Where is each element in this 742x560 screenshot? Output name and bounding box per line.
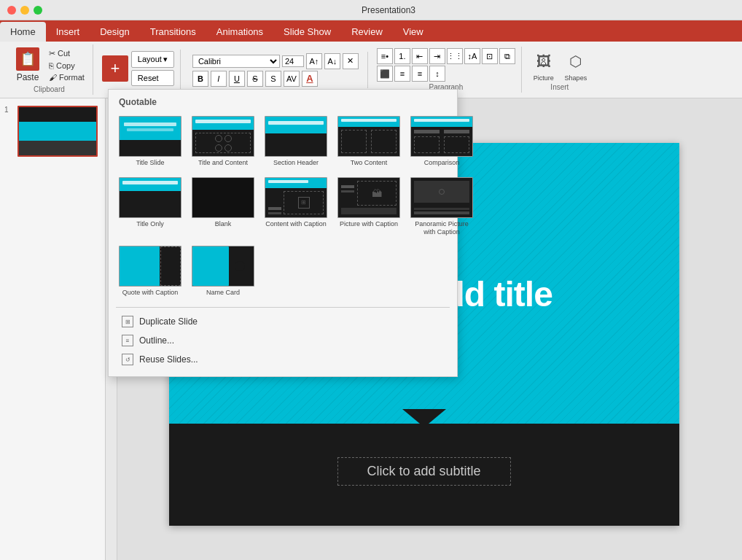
- layout-item-name-card[interactable]: Name Card: [189, 243, 257, 300]
- layout-label-quote-caption: Quote with Caption: [122, 289, 179, 297]
- shapes-label: Shapes: [565, 74, 587, 82]
- underline-button[interactable]: U: [229, 71, 245, 87]
- numbering-button[interactable]: 1.: [394, 48, 410, 64]
- format-label: Format: [59, 73, 85, 82]
- tab-slide-show[interactable]: Slide Show: [273, 22, 341, 42]
- copy-icon: ⎘: [49, 61, 54, 70]
- lt-sidebar: [268, 191, 281, 214]
- slide-thumbnail[interactable]: [17, 106, 98, 157]
- layout-item-section-header[interactable]: Section Header: [262, 113, 330, 170]
- lt-text2: [127, 128, 173, 131]
- increase-font-button[interactable]: A↑: [306, 53, 322, 69]
- layout-item-content-caption[interactable]: ⊞ Content with Caption: [262, 174, 330, 239]
- layout-label-comparison: Comparison: [424, 159, 460, 167]
- decrease-font-button[interactable]: A↓: [324, 53, 340, 69]
- layout-button[interactable]: Layout ▾: [131, 51, 174, 68]
- lt-bottom-text: [341, 208, 397, 214]
- bold-button[interactable]: B: [192, 71, 208, 87]
- text-direction-button[interactable]: ↕A: [464, 48, 480, 64]
- layout-thumb-name-card: [192, 246, 254, 287]
- minimize-button[interactable]: [20, 6, 29, 15]
- duplicate-slide-label: Duplicate Slide: [139, 316, 198, 327]
- layout-item-title-slide[interactable]: Title Slide: [116, 113, 184, 170]
- format-button[interactable]: 🖌 Format: [47, 72, 87, 82]
- smartart-button[interactable]: ⧉: [499, 48, 515, 64]
- picture-icon: 🖼: [531, 48, 557, 74]
- layout-grid: Title Slide Title and Content: [116, 113, 450, 300]
- paragraph-group: ≡• 1. ⇤ ⇥ ⋮⋮ ↕A ⊡ ⧉ ⬛ ≡ ≡ ↕ Paragraph: [371, 47, 522, 93]
- layout-item-quote-caption[interactable]: Quote with Caption: [116, 243, 184, 300]
- clear-format-button[interactable]: ✕: [343, 53, 359, 69]
- slide-thumbnail-item[interactable]: 1: [3, 104, 102, 158]
- tab-animations[interactable]: Animations: [206, 22, 273, 42]
- new-slide-button[interactable]: +: [102, 55, 128, 82]
- align-left-button[interactable]: ⬛: [377, 66, 393, 82]
- tab-design[interactable]: Design: [90, 22, 139, 42]
- picture-button[interactable]: 🖼 Picture: [531, 48, 557, 82]
- tab-review[interactable]: Review: [341, 22, 393, 42]
- font-color-button[interactable]: A: [302, 71, 318, 87]
- slide-chevron-shape: [402, 409, 446, 427]
- layout-item-panoramic[interactable]: Panoramic Picture with Caption: [407, 174, 476, 239]
- layout-label: Layout: [138, 55, 162, 63]
- font-family-select[interactable]: Calibri: [192, 55, 280, 68]
- layout-item-picture-caption[interactable]: 🏔 Picture with Caption: [335, 174, 403, 239]
- shapes-icon: ⬡: [563, 48, 589, 74]
- slide-subtitle-placeholder[interactable]: Click to add subtitle: [337, 457, 510, 486]
- layout-thumb-quote-caption: [119, 246, 181, 287]
- lt-box: [414, 181, 469, 203]
- copy-button[interactable]: ⎘ Copy: [47, 61, 87, 71]
- tab-home[interactable]: Home: [0, 22, 46, 42]
- align-row: ⬛ ≡ ≡ ↕: [377, 66, 515, 82]
- shapes-button[interactable]: ⬡ Shapes: [563, 48, 589, 82]
- traffic-lights[interactable]: [7, 6, 42, 15]
- font-group: Calibri A↑ A↓ ✕ B I U S S AV A: [184, 52, 368, 88]
- clipboard-group-label: Clipboard: [34, 85, 65, 93]
- increase-indent-button[interactable]: ⇥: [429, 48, 445, 64]
- columns-button[interactable]: ⋮⋮: [447, 48, 463, 64]
- char-spacing-button[interactable]: AV: [284, 71, 300, 87]
- tab-insert[interactable]: Insert: [46, 22, 90, 42]
- paragraph-controls: ≡• 1. ⇤ ⇥ ⋮⋮ ↕A ⊡ ⧉ ⬛ ≡ ≡ ↕: [377, 48, 515, 82]
- reuse-slides-action[interactable]: ↺ Reuse Slides...: [116, 350, 450, 369]
- layout-item-comparison[interactable]: Comparison: [407, 113, 476, 170]
- paste-button[interactable]: 📋 Paste: [12, 46, 44, 84]
- layout-thumb-picture-caption: 🏔: [337, 177, 400, 218]
- font-name-row: Calibri A↑ A↓ ✕: [192, 53, 359, 69]
- reset-button[interactable]: Reset: [131, 70, 174, 86]
- layout-chevron: ▾: [163, 55, 168, 64]
- italic-button[interactable]: I: [211, 71, 227, 87]
- lt-dot: [235, 261, 245, 271]
- reuse-slides-label: Reuse Slides...: [139, 354, 198, 365]
- tab-view[interactable]: View: [393, 22, 434, 42]
- layout-item-two-content[interactable]: Two Content: [335, 113, 403, 170]
- lt-dot: [224, 144, 232, 152]
- lt-bottom-text2: [414, 208, 469, 210]
- align-right-button[interactable]: ≡: [412, 66, 428, 82]
- outline-action[interactable]: ≡ Outline...: [116, 331, 450, 350]
- font-size-input[interactable]: [282, 55, 304, 67]
- cut-button[interactable]: ✂ Cut: [47, 48, 87, 59]
- layout-label-content-caption: Content with Caption: [265, 220, 327, 228]
- lt-line: [265, 133, 327, 133]
- tab-transitions[interactable]: Transitions: [140, 22, 206, 42]
- strikethrough-button[interactable]: S: [247, 71, 263, 87]
- layout-thumb-content-caption: ⊞: [265, 177, 327, 218]
- lt-box-left: [341, 130, 367, 153]
- duplicate-slide-action[interactable]: ⊞ Duplicate Slide: [116, 312, 450, 331]
- shadow-button[interactable]: S: [265, 71, 281, 87]
- close-button[interactable]: [7, 6, 16, 15]
- maximize-button[interactable]: [34, 6, 42, 15]
- layout-item-blank[interactable]: Blank: [189, 174, 257, 239]
- align-center-button[interactable]: ≡: [394, 66, 410, 82]
- line-spacing-button[interactable]: ↕: [429, 66, 445, 82]
- font-controls: Calibri A↑ A↓ ✕ B I U S S AV A: [190, 53, 362, 87]
- align-text-button[interactable]: ⊡: [482, 48, 498, 64]
- lt-cyan: [192, 246, 229, 286]
- layout-item-title-content[interactable]: Title and Content: [189, 113, 257, 170]
- new-slide-icon: +: [102, 55, 128, 82]
- bullets-button[interactable]: ≡•: [377, 48, 393, 64]
- layout-thumb-title-slide: [119, 116, 181, 157]
- layout-item-title-only[interactable]: Title Only: [116, 174, 184, 239]
- decrease-indent-button[interactable]: ⇤: [412, 48, 428, 64]
